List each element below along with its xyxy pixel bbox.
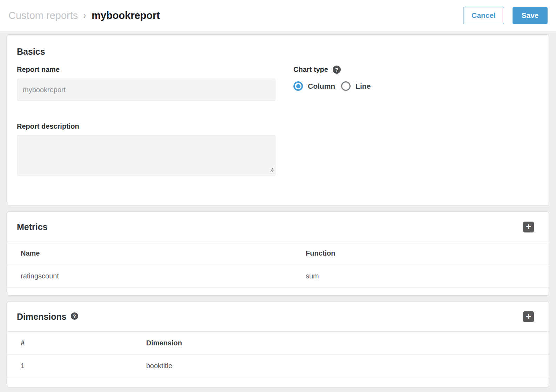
metrics-name-header: Name [7,249,306,257]
add-metric-button[interactable]: + [523,222,534,232]
chart-type-radio-column[interactable]: Column [293,81,335,91]
report-editor: Basics Report name Report description [0,31,556,387]
metrics-table: Name Function ratingscount sum [7,242,549,295]
metrics-title: Metrics [17,222,48,232]
report-description-input[interactable] [17,135,276,176]
dimension-row[interactable]: 1 booktitle [7,354,549,377]
metrics-table-header: Name Function [7,242,549,265]
plus-icon: + [526,222,531,231]
chart-type-label: Chart type [293,65,328,74]
breadcrumb: Custom reports › mybookreport [8,10,160,21]
metric-function-cell: sum [306,272,549,280]
radio-selected-icon [293,81,303,91]
chart-type-radio-group: Column Line [293,81,539,91]
resize-handle-icon[interactable] [269,167,274,174]
plus-icon: + [526,312,531,321]
topbar-actions: Cancel Save [463,7,548,24]
breadcrumb-custom-reports-link[interactable]: Custom reports [8,10,78,21]
basics-section: Basics Report name Report description [7,34,549,206]
chart-type-help-icon[interactable]: ? [333,66,341,74]
report-name-label: Report name [17,65,276,74]
metrics-function-header: Function [306,249,549,257]
dimension-name-cell: booktitle [146,362,549,370]
page-title: mybookreport [91,10,160,21]
radio-line-label: Line [355,82,371,90]
dimensions-table-header: # Dimension [7,331,549,354]
dimensions-section: Dimensions ? + # Dimension 1 booktitle [7,301,549,387]
add-dimension-button[interactable]: + [523,311,534,322]
save-button[interactable]: Save [513,7,548,24]
chevron-right-icon: › [83,10,86,21]
report-name-input[interactable] [17,79,276,101]
metrics-table-footer [7,287,549,295]
radio-unselected-icon [341,81,351,91]
metric-row[interactable]: ratingscount sum [7,265,549,287]
dimensions-title: Dimensions [17,312,67,322]
chart-type-radio-line[interactable]: Line [341,81,371,91]
dimension-number-header: # [7,339,146,347]
dimension-name-header: Dimension [146,339,549,347]
cancel-button[interactable]: Cancel [463,7,504,24]
dimensions-help-icon[interactable]: ? [71,312,78,320]
basics-title: Basics [17,47,539,57]
dimension-number-cell: 1 [7,362,146,370]
top-bar: Custom reports › mybookreport Cancel Sav… [0,0,556,31]
dimensions-table-footer [7,377,549,387]
dimensions-table: # Dimension 1 booktitle [7,331,549,387]
metric-name-cell: ratingscount [7,272,306,280]
metrics-section: Metrics + Name Function ratingscount sum [7,211,549,296]
report-description-label: Report description [17,122,276,130]
radio-column-label: Column [308,82,335,90]
